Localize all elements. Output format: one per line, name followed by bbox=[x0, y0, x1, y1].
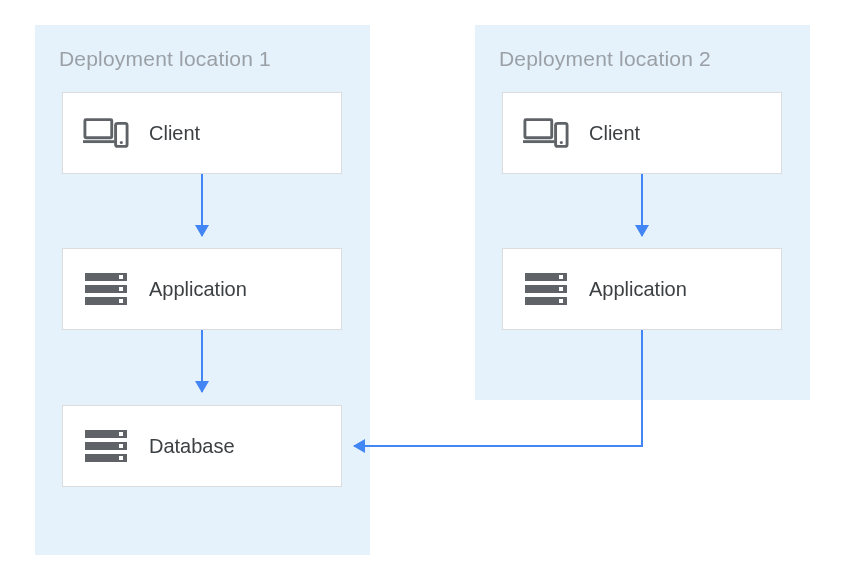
svg-rect-24 bbox=[559, 287, 563, 291]
node-database-label: Database bbox=[149, 435, 235, 458]
region-2-title: Deployment location 2 bbox=[499, 47, 711, 71]
arrow-client1-to-app1 bbox=[201, 174, 203, 236]
node-application-1: Application bbox=[62, 248, 342, 330]
node-client-1-label: Client bbox=[149, 122, 200, 145]
region-1-title: Deployment location 1 bbox=[59, 47, 271, 71]
server-icon bbox=[83, 269, 129, 309]
arrow-client2-to-app2 bbox=[641, 174, 643, 236]
svg-point-3 bbox=[120, 141, 123, 144]
svg-point-19 bbox=[560, 141, 563, 144]
svg-rect-23 bbox=[559, 275, 563, 279]
node-database: Database bbox=[62, 405, 342, 487]
node-application-2: Application bbox=[502, 248, 782, 330]
server-icon bbox=[523, 269, 569, 309]
devices-icon bbox=[523, 113, 569, 153]
svg-rect-0 bbox=[85, 120, 112, 138]
arrow-app2-to-database-horiz bbox=[354, 445, 643, 447]
svg-rect-25 bbox=[559, 299, 563, 303]
svg-rect-7 bbox=[119, 275, 123, 279]
node-client-2: Client bbox=[502, 92, 782, 174]
node-application-2-label: Application bbox=[589, 278, 687, 301]
svg-rect-16 bbox=[525, 120, 552, 138]
node-application-1-label: Application bbox=[149, 278, 247, 301]
diagram-canvas: Deployment location 1 Deployment locatio… bbox=[0, 0, 856, 574]
svg-rect-15 bbox=[119, 456, 123, 460]
svg-rect-9 bbox=[119, 299, 123, 303]
arrow-app2-to-database-vert bbox=[641, 330, 643, 447]
devices-icon bbox=[83, 113, 129, 153]
node-client-1: Client bbox=[62, 92, 342, 174]
node-client-2-label: Client bbox=[589, 122, 640, 145]
svg-rect-13 bbox=[119, 432, 123, 436]
arrow-app1-to-database bbox=[201, 330, 203, 392]
svg-rect-14 bbox=[119, 444, 123, 448]
svg-rect-8 bbox=[119, 287, 123, 291]
server-icon bbox=[83, 426, 129, 466]
